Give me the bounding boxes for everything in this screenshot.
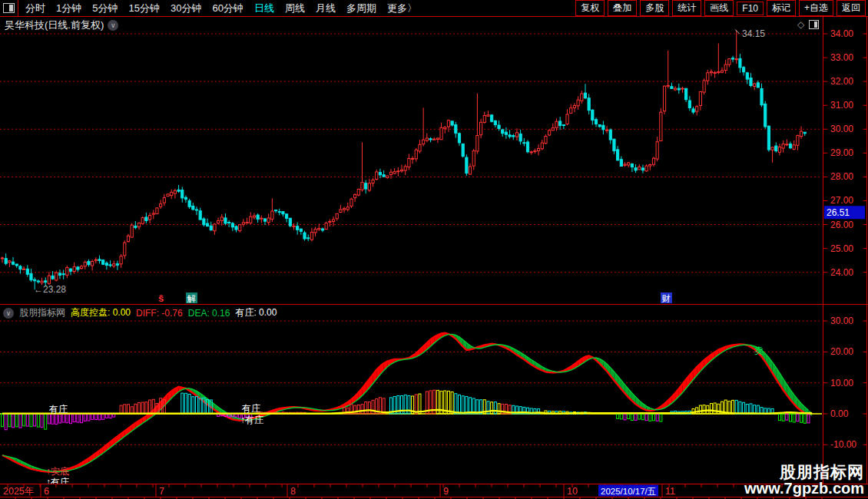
candle[interactable] <box>699 91 701 105</box>
candle[interactable] <box>289 218 291 226</box>
candle[interactable] <box>688 101 691 107</box>
candle[interactable] <box>451 121 453 125</box>
candle[interactable] <box>750 78 752 86</box>
candle[interactable] <box>624 164 626 165</box>
candle[interactable] <box>131 225 133 237</box>
candle[interactable] <box>62 274 65 275</box>
candle[interactable] <box>343 209 345 210</box>
candle[interactable] <box>793 145 795 149</box>
candle[interactable] <box>422 140 425 144</box>
candle[interactable] <box>617 150 619 160</box>
candle[interactable] <box>577 100 579 106</box>
candle[interactable] <box>267 218 270 223</box>
candle[interactable] <box>195 210 197 210</box>
candle[interactable] <box>389 172 392 174</box>
candle[interactable] <box>462 144 464 156</box>
candle[interactable] <box>134 226 137 227</box>
candle[interactable] <box>192 206 194 210</box>
candle[interactable] <box>584 93 586 98</box>
candle[interactable] <box>231 223 234 227</box>
candle[interactable] <box>383 175 385 177</box>
candle[interactable] <box>721 71 723 72</box>
candle[interactable] <box>397 171 399 172</box>
candle[interactable] <box>760 89 763 105</box>
candle[interactable] <box>23 269 25 269</box>
candle[interactable] <box>184 197 187 199</box>
candle[interactable] <box>282 212 284 214</box>
candle[interactable] <box>609 130 611 140</box>
candle[interactable] <box>710 71 712 72</box>
candle[interactable] <box>469 167 471 174</box>
toolbar-action-6[interactable]: 标记 <box>767 0 796 16</box>
candle[interactable] <box>113 264 115 266</box>
candle[interactable] <box>141 218 144 224</box>
candle[interactable] <box>767 126 770 150</box>
candle[interactable] <box>714 72 716 73</box>
candle[interactable] <box>116 264 118 266</box>
candle[interactable] <box>641 168 644 170</box>
candle[interactable] <box>109 265 111 266</box>
candle[interactable] <box>605 130 608 131</box>
candle[interactable] <box>419 144 421 151</box>
candle[interactable] <box>26 269 28 274</box>
candle[interactable] <box>314 230 316 233</box>
candle[interactable] <box>332 220 334 222</box>
period-tab-10[interactable]: 更多〉 <box>382 2 422 15</box>
period-tab-9[interactable]: 多周期 <box>341 2 382 15</box>
candle[interactable] <box>483 115 485 122</box>
candle[interactable] <box>703 81 705 92</box>
candle[interactable] <box>242 223 244 224</box>
toolbar-action-8[interactable]: 返回 <box>837 0 866 16</box>
candle[interactable] <box>591 110 594 120</box>
candle[interactable] <box>145 217 147 221</box>
candle[interactable] <box>94 259 97 260</box>
candle[interactable] <box>325 223 327 230</box>
candle[interactable] <box>559 121 562 126</box>
candle[interactable] <box>426 138 428 140</box>
candle[interactable] <box>98 259 101 261</box>
candle[interactable] <box>602 125 605 130</box>
candle[interactable] <box>368 183 370 190</box>
candle[interactable] <box>217 221 220 223</box>
candle[interactable] <box>163 198 165 203</box>
candle[interactable] <box>80 266 82 269</box>
candle[interactable] <box>548 131 551 135</box>
candle[interactable] <box>376 172 378 179</box>
candle[interactable] <box>66 268 68 276</box>
candle[interactable] <box>429 139 432 140</box>
candle[interactable] <box>310 232 313 240</box>
candle[interactable] <box>45 281 47 283</box>
candle[interactable] <box>307 238 310 239</box>
candle[interactable] <box>199 211 201 220</box>
candle[interactable] <box>660 112 662 140</box>
candle[interactable] <box>505 132 507 134</box>
candle[interactable] <box>717 72 720 73</box>
candle[interactable] <box>260 218 263 219</box>
candle[interactable] <box>743 68 745 72</box>
candle[interactable] <box>480 122 482 134</box>
candle[interactable] <box>444 127 446 129</box>
candle[interactable] <box>263 219 266 221</box>
candle[interactable] <box>573 105 575 107</box>
candle[interactable] <box>19 266 22 269</box>
candle[interactable] <box>509 135 511 137</box>
candle[interactable] <box>634 168 637 170</box>
candle[interactable] <box>246 223 248 223</box>
candle[interactable] <box>214 224 216 231</box>
chevron-down-icon[interactable]: ∨ <box>3 308 14 319</box>
candle[interactable] <box>440 127 442 140</box>
window-layout-icon[interactable] <box>3 3 15 13</box>
candle[interactable] <box>210 226 212 230</box>
candle[interactable] <box>433 139 436 140</box>
candle[interactable] <box>41 281 43 283</box>
candle[interactable] <box>739 58 741 68</box>
candle[interactable] <box>552 128 554 131</box>
candle[interactable] <box>667 85 669 86</box>
candle[interactable] <box>526 142 528 152</box>
period-tab-2[interactable]: 5分钟 <box>87 2 123 15</box>
toolbar-action-0[interactable]: 复权 <box>575 0 605 16</box>
candle[interactable] <box>491 115 493 121</box>
toolbar-action-2[interactable]: 多股 <box>640 0 669 16</box>
diamond-icon[interactable]: ◇ <box>797 19 804 30</box>
candle[interactable] <box>555 121 558 127</box>
